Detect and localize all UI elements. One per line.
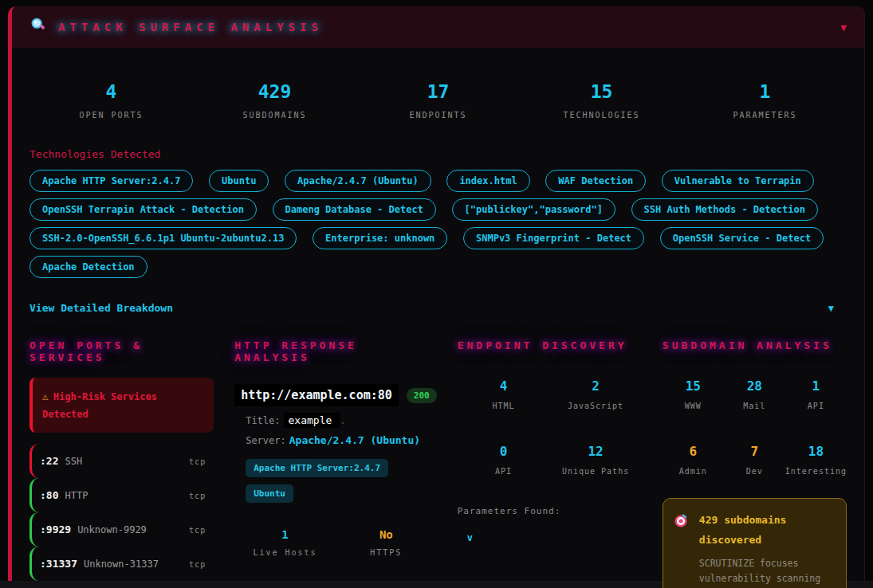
- stat-label: TECHNOLOGIES: [520, 111, 683, 120]
- port-number: :22: [40, 455, 58, 467]
- stat-open-ports: 4 OPEN PORTS: [29, 81, 193, 120]
- target-icon: [674, 512, 693, 588]
- stat-value: 28: [724, 378, 785, 394]
- port-number: :80: [40, 489, 58, 501]
- dev-stat: 7 Dev: [724, 444, 785, 476]
- interesting-stat: 18 Interesting: [785, 444, 847, 476]
- stat-value: 6: [663, 444, 724, 459]
- stat-value: 2: [549, 378, 642, 394]
- summary-stats-row: 4 OPEN PORTS 429 SUBDOMAINS 17 ENDPOINTS…: [29, 81, 847, 120]
- infobox-body: SCRUTINIZE focuses vulnerability scannin…: [699, 556, 836, 588]
- stat-label: ENDPOINTS: [356, 111, 520, 120]
- section-heading: OPEN PORTS & SERVICES: [29, 339, 214, 363]
- api-stat: 0 API: [458, 444, 550, 476]
- port-number: :9929: [40, 523, 71, 535]
- server-label: Server:: [246, 435, 286, 446]
- high-risk-alert: ⚠High-Risk Services Detected: [29, 378, 214, 433]
- view-detailed-breakdown-toggle[interactable]: View Detailed Breakdown ▼: [29, 302, 847, 314]
- chevron-down-icon[interactable]: ▼: [840, 22, 847, 33]
- html-stat: 4 HTML: [458, 378, 550, 410]
- stat-value: 1: [683, 81, 847, 102]
- stat-value: 15: [520, 81, 683, 102]
- title-value: example: [284, 413, 340, 428]
- port-row: :80 HTTP tcp: [29, 478, 214, 512]
- technology-pill: Apache/2.4.7 (Ubuntu): [285, 170, 431, 192]
- stat-value: 4: [458, 378, 550, 394]
- admin-stat: 6 Admin: [663, 444, 724, 476]
- stat-subdomains: 429 SUBDOMAINS: [193, 81, 356, 120]
- panel-header[interactable]: ATTACK SURFACE ANALYSIS ▼: [12, 6, 864, 48]
- magnifier-icon: [29, 17, 47, 37]
- stat-label: HTML: [458, 402, 550, 410]
- port-protocol: tcp: [189, 492, 206, 500]
- technology-pill: OpenSSH Terrapin Attack - Detection: [29, 198, 257, 221]
- technology-pill: SSH-2.0-OpenSSH_6.6.1p1 Ubuntu-2ubuntu2.…: [29, 227, 297, 249]
- technology-pill: Enterprise: unknown: [313, 227, 447, 249]
- stat-label: HTTPS: [336, 548, 437, 557]
- technology-pill: ["publickey","password"]: [452, 198, 615, 221]
- section-heading: SUBDOMAIN ANALYSIS: [663, 339, 847, 351]
- stat-value: 4: [29, 81, 193, 102]
- endpoint-stats-grid: 4 HTML 2 JavaScript 0 API 12 Unique Path…: [458, 378, 642, 476]
- technology-pill: Dameng Database - Detect: [273, 198, 436, 221]
- stat-label: SUBDOMAINS: [193, 111, 356, 120]
- http-response-section: HTTP RESPONSE ANALYSIS http://example.co…: [234, 339, 437, 588]
- live-hosts-stat: 1 Live Hosts: [234, 528, 336, 557]
- port-row: :22 SSH tcp: [29, 444, 214, 478]
- stat-label: JavaScript: [549, 402, 642, 410]
- infobox-body-text: SCRUTINIZE focuses vulnerability scannin…: [699, 558, 826, 588]
- stat-endpoints: 17 ENDPOINTS: [356, 81, 520, 120]
- technology-pill: Apache HTTP Server:2.4.7: [29, 170, 193, 192]
- stat-label: Interesting: [785, 467, 847, 476]
- port-protocol: tcp: [189, 560, 206, 569]
- port-protocol: tcp: [189, 526, 206, 535]
- warning-icon: ⚠: [42, 390, 49, 402]
- http-mini-stats: 1 Live Hosts No HTTPS: [234, 528, 437, 557]
- stat-label: API: [458, 467, 550, 476]
- www-stat: 15 WWW: [663, 378, 724, 410]
- status-badge: 200: [407, 388, 437, 403]
- stat-value: 17: [356, 81, 520, 102]
- http-tag: Ubuntu: [246, 484, 293, 503]
- section-heading: HTTP RESPONSE ANALYSIS: [234, 339, 437, 363]
- stat-label: Mail: [724, 402, 785, 410]
- title-suffix: .: [340, 415, 345, 426]
- technology-pill: SSH Auth Methods - Detection: [631, 198, 818, 221]
- subdomain-stats-grid: 15 WWW 28 Mail 1 API 6 Admin: [663, 378, 847, 476]
- stat-value: 18: [785, 444, 847, 459]
- technology-pill: Apache Detection: [29, 256, 147, 278]
- infobox-title: 429 subdomains discovered: [699, 511, 836, 550]
- target-url-link[interactable]: http://example.com:80: [234, 384, 399, 406]
- stat-label: WWW: [663, 402, 724, 410]
- port-service: Unknown-31337: [84, 559, 159, 570]
- parameters-found-heading: Parameters Found:: [458, 506, 642, 516]
- port-row: :31337 Unknown-31337 tcp: [29, 547, 214, 581]
- javascript-stat: 2 JavaScript: [549, 378, 642, 410]
- subdomain-analysis-section: SUBDOMAIN ANALYSIS 15 WWW 28 Mail 1 API: [663, 339, 847, 588]
- port-service: Unknown-9929: [77, 524, 147, 535]
- stat-value: 12: [549, 444, 642, 459]
- http-tag-list: Apache HTTP Server:2.4.7 Ubuntu: [234, 459, 437, 503]
- mail-stat: 28 Mail: [724, 378, 785, 410]
- port-number: :31337: [40, 558, 77, 570]
- attack-surface-card: ATTACK SURFACE ANALYSIS ▼ 4 OPEN PORTS 4…: [8, 6, 865, 588]
- stat-label: Dev: [724, 467, 785, 476]
- server-value: Apache/2.4.7 (Ubuntu): [289, 434, 420, 446]
- parameter-item: v: [458, 532, 642, 543]
- stat-label: Unique Paths: [549, 467, 642, 476]
- stat-label: PARAMETERS: [683, 111, 847, 120]
- stat-technologies: 15 TECHNOLOGIES: [520, 81, 683, 120]
- technologies-heading: Technologies Detected: [29, 148, 847, 160]
- technology-pill: index.html: [446, 170, 529, 192]
- stat-label: Admin: [663, 467, 724, 476]
- http-tag: Apache HTTP Server:2.4.7: [246, 459, 388, 477]
- technology-pill: WAF Detection: [545, 170, 646, 192]
- open-ports-section: OPEN PORTS & SERVICES ⚠High-Risk Service…: [29, 339, 214, 588]
- breakdown-label: View Detailed Breakdown: [29, 302, 173, 314]
- stat-value: 7: [724, 444, 785, 459]
- technology-pill: OpenSSH Service - Detect: [660, 227, 824, 249]
- technology-pill: Ubuntu: [209, 170, 269, 192]
- technology-pill: SNMPv3 Fingerprint - Detect: [463, 227, 644, 249]
- chevron-down-icon: ▼: [828, 303, 834, 314]
- stat-label: API: [785, 402, 847, 410]
